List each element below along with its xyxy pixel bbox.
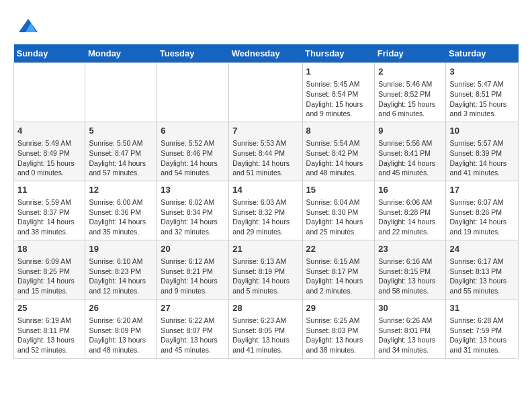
- day-info: Sunrise: 6:10 AM Sunset: 8:23 PM Dayligh…: [89, 257, 153, 296]
- day-cell: [14, 63, 85, 122]
- day-cell: 14Sunrise: 6:03 AM Sunset: 8:32 PM Dayli…: [229, 181, 302, 240]
- day-number: 28: [232, 302, 298, 314]
- day-info: Sunrise: 5:45 AM Sunset: 8:54 PM Dayligh…: [306, 79, 371, 119]
- day-info: Sunrise: 6:23 AM Sunset: 8:05 PM Dayligh…: [232, 316, 298, 355]
- day-cell: 8Sunrise: 5:54 AM Sunset: 8:42 PM Daylig…: [302, 122, 375, 181]
- day-cell: 22Sunrise: 6:15 AM Sunset: 8:17 PM Dayli…: [302, 240, 375, 299]
- day-cell: 27Sunrise: 6:22 AM Sunset: 8:07 PM Dayli…: [157, 299, 229, 358]
- day-cell: 7Sunrise: 5:53 AM Sunset: 8:44 PM Daylig…: [229, 122, 302, 181]
- day-number: 18: [17, 243, 81, 255]
- day-number: 24: [449, 243, 515, 255]
- day-number: 29: [306, 302, 371, 314]
- day-info: Sunrise: 6:09 AM Sunset: 8:25 PM Dayligh…: [17, 257, 81, 296]
- day-cell: 15Sunrise: 6:04 AM Sunset: 8:30 PM Dayli…: [302, 181, 375, 240]
- day-cell: 17Sunrise: 6:07 AM Sunset: 8:26 PM Dayli…: [446, 181, 519, 240]
- day-info: Sunrise: 5:46 AM Sunset: 8:52 PM Dayligh…: [378, 79, 442, 119]
- day-cell: 3Sunrise: 5:47 AM Sunset: 8:51 PM Daylig…: [446, 63, 519, 122]
- day-cell: 9Sunrise: 5:56 AM Sunset: 8:41 PM Daylig…: [375, 122, 446, 181]
- day-number: 10: [449, 125, 515, 137]
- day-number: 3: [449, 66, 515, 78]
- day-info: Sunrise: 6:12 AM Sunset: 8:21 PM Dayligh…: [161, 257, 225, 296]
- day-info: Sunrise: 5:49 AM Sunset: 8:49 PM Dayligh…: [17, 138, 81, 178]
- day-cell: 10Sunrise: 5:57 AM Sunset: 8:39 PM Dayli…: [446, 122, 519, 181]
- col-header-wednesday: Wednesday: [229, 44, 302, 63]
- day-number: 11: [17, 184, 81, 196]
- week-row-4: 18Sunrise: 6:09 AM Sunset: 8:25 PM Dayli…: [14, 240, 519, 299]
- day-cell: 20Sunrise: 6:12 AM Sunset: 8:21 PM Dayli…: [157, 240, 229, 299]
- day-number: 12: [89, 184, 153, 196]
- week-row-3: 11Sunrise: 5:59 AM Sunset: 8:37 PM Dayli…: [14, 181, 519, 240]
- day-info: Sunrise: 5:54 AM Sunset: 8:42 PM Dayligh…: [306, 138, 371, 178]
- day-cell: 18Sunrise: 6:09 AM Sunset: 8:25 PM Dayli…: [14, 240, 85, 299]
- day-cell: 29Sunrise: 6:25 AM Sunset: 8:03 PM Dayli…: [302, 299, 375, 358]
- day-info: Sunrise: 5:52 AM Sunset: 8:46 PM Dayligh…: [161, 138, 225, 178]
- day-number: 31: [449, 302, 515, 314]
- day-number: 30: [378, 302, 442, 314]
- day-number: 19: [89, 243, 153, 255]
- day-number: 8: [306, 125, 371, 137]
- day-number: 4: [17, 125, 81, 137]
- day-number: 16: [378, 184, 442, 196]
- day-number: 9: [378, 125, 442, 137]
- day-cell: 5Sunrise: 5:50 AM Sunset: 8:47 PM Daylig…: [85, 122, 157, 181]
- day-info: Sunrise: 6:22 AM Sunset: 8:07 PM Dayligh…: [161, 316, 225, 355]
- day-number: 6: [161, 125, 225, 137]
- day-info: Sunrise: 6:02 AM Sunset: 8:34 PM Dayligh…: [161, 197, 225, 237]
- day-cell: 11Sunrise: 5:59 AM Sunset: 8:37 PM Dayli…: [14, 181, 85, 240]
- day-info: Sunrise: 6:00 AM Sunset: 8:36 PM Dayligh…: [89, 197, 153, 237]
- day-number: 2: [378, 66, 442, 78]
- day-info: Sunrise: 5:56 AM Sunset: 8:41 PM Dayligh…: [378, 138, 442, 178]
- day-info: Sunrise: 6:28 AM Sunset: 7:59 PM Dayligh…: [449, 316, 515, 355]
- logo-icon: [16, 13, 40, 38]
- day-info: Sunrise: 6:26 AM Sunset: 8:01 PM Dayligh…: [378, 316, 442, 355]
- day-cell: 23Sunrise: 6:16 AM Sunset: 8:15 PM Dayli…: [375, 240, 446, 299]
- day-cell: 25Sunrise: 6:19 AM Sunset: 8:11 PM Dayli…: [14, 299, 85, 358]
- day-number: 7: [232, 125, 298, 137]
- day-info: Sunrise: 5:59 AM Sunset: 8:37 PM Dayligh…: [17, 197, 81, 237]
- day-cell: 28Sunrise: 6:23 AM Sunset: 8:05 PM Dayli…: [229, 299, 302, 358]
- day-cell: 13Sunrise: 6:02 AM Sunset: 8:34 PM Dayli…: [157, 181, 229, 240]
- day-cell: 21Sunrise: 6:13 AM Sunset: 8:19 PM Dayli…: [229, 240, 302, 299]
- week-row-1: 1Sunrise: 5:45 AM Sunset: 8:54 PM Daylig…: [14, 63, 519, 122]
- day-info: Sunrise: 6:15 AM Sunset: 8:17 PM Dayligh…: [306, 257, 371, 296]
- day-cell: 1Sunrise: 5:45 AM Sunset: 8:54 PM Daylig…: [302, 63, 375, 122]
- day-number: 23: [378, 243, 442, 255]
- day-info: Sunrise: 6:04 AM Sunset: 8:30 PM Dayligh…: [306, 197, 371, 237]
- col-header-saturday: Saturday: [446, 44, 519, 63]
- day-number: 21: [232, 243, 298, 255]
- day-number: 14: [232, 184, 298, 196]
- day-cell: 30Sunrise: 6:26 AM Sunset: 8:01 PM Dayli…: [375, 299, 446, 358]
- day-number: 17: [449, 184, 515, 196]
- day-number: 26: [89, 302, 153, 314]
- day-info: Sunrise: 6:03 AM Sunset: 8:32 PM Dayligh…: [232, 197, 298, 237]
- day-info: Sunrise: 6:06 AM Sunset: 8:28 PM Dayligh…: [378, 197, 442, 237]
- day-cell: 16Sunrise: 6:06 AM Sunset: 8:28 PM Dayli…: [375, 181, 446, 240]
- day-info: Sunrise: 6:19 AM Sunset: 8:11 PM Dayligh…: [17, 316, 81, 355]
- day-info: Sunrise: 6:07 AM Sunset: 8:26 PM Dayligh…: [449, 197, 515, 237]
- day-info: Sunrise: 6:20 AM Sunset: 8:09 PM Dayligh…: [89, 316, 153, 355]
- col-header-tuesday: Tuesday: [157, 44, 229, 63]
- day-cell: 6Sunrise: 5:52 AM Sunset: 8:46 PM Daylig…: [157, 122, 229, 181]
- col-header-sunday: Sunday: [14, 44, 85, 63]
- day-number: 20: [161, 243, 225, 255]
- day-info: Sunrise: 6:16 AM Sunset: 8:15 PM Dayligh…: [378, 257, 442, 296]
- week-row-2: 4Sunrise: 5:49 AM Sunset: 8:49 PM Daylig…: [14, 122, 519, 181]
- day-cell: 19Sunrise: 6:10 AM Sunset: 8:23 PM Dayli…: [85, 240, 157, 299]
- day-info: Sunrise: 6:17 AM Sunset: 8:13 PM Dayligh…: [449, 257, 515, 296]
- day-number: 25: [17, 302, 81, 314]
- day-number: 15: [306, 184, 371, 196]
- day-cell: 4Sunrise: 5:49 AM Sunset: 8:49 PM Daylig…: [14, 122, 85, 181]
- day-cell: 26Sunrise: 6:20 AM Sunset: 8:09 PM Dayli…: [85, 299, 157, 358]
- logo: [13, 13, 40, 38]
- day-cell: [157, 63, 229, 122]
- day-cell: [85, 63, 157, 122]
- day-info: Sunrise: 6:25 AM Sunset: 8:03 PM Dayligh…: [306, 316, 371, 355]
- day-info: Sunrise: 5:47 AM Sunset: 8:51 PM Dayligh…: [449, 79, 515, 119]
- day-cell: 31Sunrise: 6:28 AM Sunset: 7:59 PM Dayli…: [446, 299, 519, 358]
- day-number: 22: [306, 243, 371, 255]
- day-number: 1: [306, 66, 371, 78]
- header-row: SundayMondayTuesdayWednesdayThursdayFrid…: [14, 44, 519, 63]
- col-header-friday: Friday: [375, 44, 446, 63]
- day-number: 27: [161, 302, 225, 314]
- day-cell: 12Sunrise: 6:00 AM Sunset: 8:36 PM Dayli…: [85, 181, 157, 240]
